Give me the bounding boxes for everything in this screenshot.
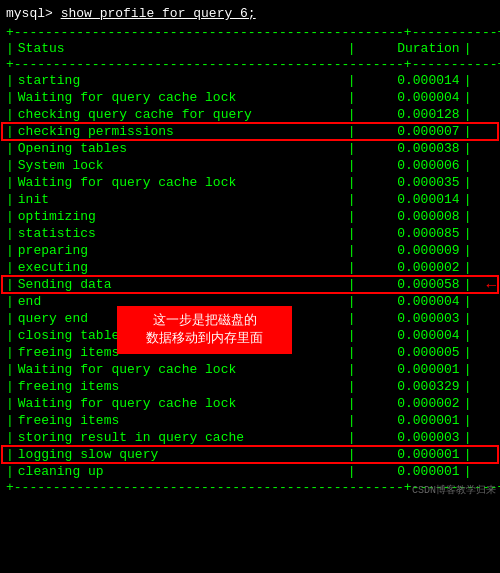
table-row: | preparing | 0.000009 | [2,242,498,259]
table-row: | freeing items | 0.000329 | [2,378,498,395]
pipe: | [348,41,356,56]
table-row-checking-permissions: | checking permissions | 0.000007 | [2,123,498,140]
table-row: | Waiting for query cache lock | 0.00000… [2,89,498,106]
table-row: | init | 0.000014 | [2,191,498,208]
table-row-statistics: | statistics | 0.000085 | [2,225,498,242]
header-status: Status [18,41,348,56]
pipe: | [464,41,472,56]
command-line: mysql> show profile for query 6; [2,4,498,23]
table-row: | freeing items | 0.000001 | [2,412,498,429]
table-row: | cleaning up | 0.000001 | [2,463,498,480]
divider-top: +---------------------------------------… [2,25,498,40]
annotation-box: 这一步是把磁盘的数据移动到内存里面 [117,306,292,354]
table-header: | Status | Duration | [2,40,498,57]
table-row-sending-data: | Sending data | 0.000058 | ← [2,276,498,293]
table-row: | System lock | 0.000006 | [2,157,498,174]
table-row: | Waiting for query cache lock | 0.00000… [2,361,498,378]
header-duration: Duration [360,41,460,56]
command-text: show profile for query 6; [61,6,256,21]
table-row: | Opening tables | 0.000038 | [2,140,498,157]
table-row-logging-slow-query: | logging slow query | 0.000001 | [2,446,498,463]
prompt: mysql> [6,6,53,21]
table-row: | executing | 0.000002 | [2,259,498,276]
divider-mid: +---------------------------------------… [2,57,498,72]
annotation-text: 这一步是把磁盘的数据移动到内存里面 [146,313,263,346]
rows-container: 这一步是把磁盘的数据移动到内存里面 | starting | 0.000014 … [2,72,498,480]
watermark: CSDN博客教学归来 [412,483,496,497]
table-row: | storing result in query cache | 0.0000… [2,429,498,446]
table-row: | starting | 0.000014 | [2,72,498,89]
table-row: | optimizing | 0.000008 | [2,208,498,225]
table-row: | checking query cache for query | 0.000… [2,106,498,123]
table-row: | Waiting for query cache lock | 0.00000… [2,395,498,412]
pipe: | [6,41,14,56]
terminal-window: mysql> show profile for query 6; +------… [0,0,500,499]
table-row: | Waiting for query cache lock | 0.00003… [2,174,498,191]
